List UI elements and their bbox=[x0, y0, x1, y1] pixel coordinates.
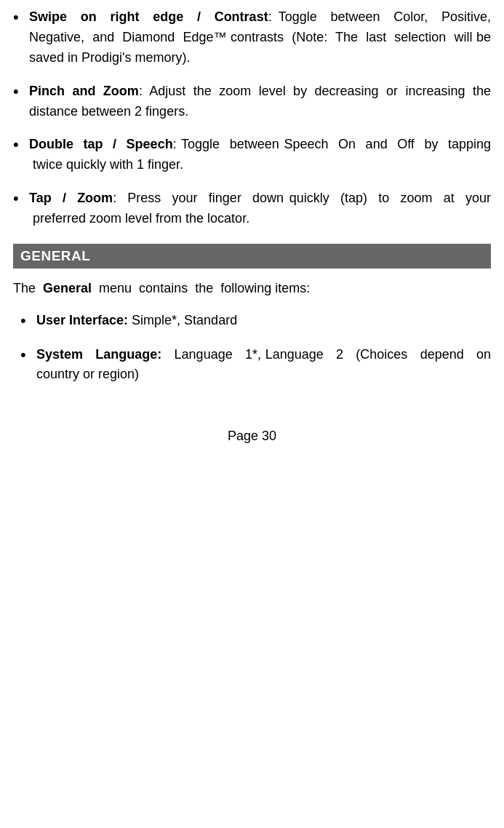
bullet-item-double-tap: • Double tap / Speech: Toggle between Sp… bbox=[13, 135, 491, 175]
bullet-text-swipe: Swipe on right edge / Contrast: Toggle b… bbox=[29, 7, 491, 68]
bullet-item-tap: • Tap / Zoom: Press your finger down qui… bbox=[13, 188, 491, 229]
bullet-dot-lang: • bbox=[20, 345, 36, 366]
bullet-text-ui: User Interface: Simple*, Standard bbox=[36, 311, 491, 331]
top-bullet-list: • Swipe on right edge / Contrast: Toggle… bbox=[13, 7, 491, 229]
bullet-bold-tap: Tap / Zoom bbox=[29, 191, 113, 205]
bullet-dot-tap: • bbox=[13, 188, 29, 210]
general-section-header: GENERAL bbox=[13, 244, 491, 268]
general-bold-label: General bbox=[43, 281, 92, 295]
bullet-text-lang: System Language: Language 1*, Language 2… bbox=[36, 345, 491, 386]
bullet-text-tap: Tap / Zoom: Press your finger down quick… bbox=[29, 188, 491, 229]
bullet-dot-double-tap: • bbox=[13, 135, 29, 156]
general-intro-text: The General menu contains the following … bbox=[13, 279, 491, 299]
bullet-item-pinch: • Pinch and Zoom: Adjust the zoom level … bbox=[13, 81, 491, 122]
bullet-item-user-interface: • User Interface: Simple*, Standard bbox=[20, 311, 491, 332]
bullet-bold-pinch: Pinch and Zoom bbox=[29, 84, 139, 98]
bullet-text-pinch: Pinch and Zoom: Adjust the zoom level by… bbox=[29, 81, 491, 122]
bullet-bold-ui: User Interface: bbox=[36, 313, 128, 327]
bullet-bold-double-tap: Double tap / Speech bbox=[29, 137, 173, 151]
page-number: Page 30 bbox=[13, 429, 491, 444]
general-bullet-list: • User Interface: Simple*, Standard • Sy… bbox=[13, 311, 491, 385]
bullet-bold-swipe: Swipe on right edge / Contrast bbox=[29, 9, 268, 24]
bullet-item-system-language: • System Language: Language 1*, Language… bbox=[20, 345, 491, 386]
bullet-dot-pinch: • bbox=[13, 81, 29, 103]
bullet-text-double-tap: Double tap / Speech: Toggle between Spee… bbox=[29, 135, 491, 175]
bullet-item-swipe: • Swipe on right edge / Contrast: Toggle… bbox=[13, 7, 491, 68]
bullet-dot-swipe: • bbox=[13, 7, 29, 28]
bullet-bold-lang: System Language: bbox=[36, 347, 161, 362]
bullet-dot-ui: • bbox=[20, 311, 36, 332]
